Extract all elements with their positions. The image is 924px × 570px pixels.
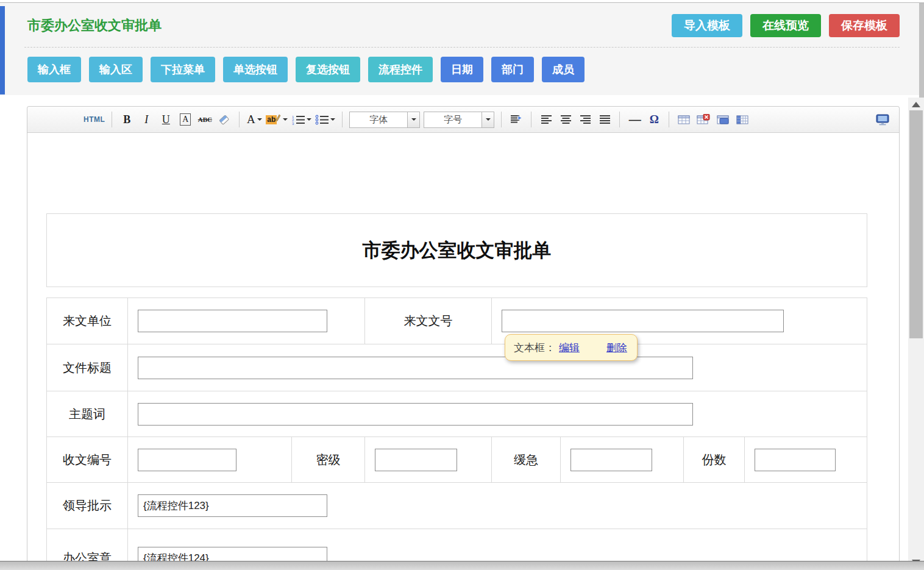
bold-icon[interactable]: B (119, 111, 135, 128)
table-cell (128, 298, 365, 344)
scrollbar-thumb[interactable] (909, 110, 923, 338)
fullscreen-icon[interactable] (875, 111, 890, 128)
editor-canvas[interactable]: 市委办公室收文审批单 来文单位 来文文号 文件标题 (27, 134, 899, 570)
delete-control-link[interactable]: 删除 (606, 341, 627, 355)
align-right-icon[interactable] (577, 111, 593, 128)
align-left-icon[interactable] (538, 111, 554, 128)
control-buttons-row: 输入框 输入区 下拉菜单 单选按钮 复选按钮 流程控件 日期 部门 成员 (27, 57, 900, 82)
chevron-down-icon[interactable] (407, 112, 419, 127)
window-top-edge (0, 0, 924, 3)
receipt-number-input[interactable] (138, 449, 236, 471)
add-member-button[interactable]: 成员 (542, 57, 585, 82)
table-cell (561, 437, 684, 482)
font-border-icon[interactable]: A (177, 111, 193, 128)
incoming-unit-input[interactable] (138, 310, 327, 332)
edit-control-link[interactable]: 编辑 (559, 341, 580, 355)
form-title-cell: 市委办公室收文审批单 (46, 213, 867, 287)
html-source-icon[interactable]: HTML (84, 111, 105, 128)
horizontal-rule-icon[interactable]: — (627, 111, 642, 128)
chevron-down-icon (283, 118, 288, 123)
add-flow-control-button[interactable]: 流程控件 (368, 57, 433, 82)
tooltip-label: 文本框： (514, 341, 555, 355)
chevron-down-icon[interactable] (482, 112, 494, 127)
font-family-select[interactable]: 字体 (349, 112, 420, 128)
control-tooltip: 文本框： 编辑 删除 (505, 334, 638, 361)
svg-text:3: 3 (292, 121, 294, 125)
bottom-window-edge (0, 561, 924, 570)
header-actions: 导入模板 在线预览 保存模板 (672, 14, 900, 37)
toolbar-separator (531, 112, 531, 127)
table-properties-icon[interactable] (734, 111, 750, 128)
table-cell (128, 483, 867, 529)
table-row: 领导批示 (47, 483, 867, 529)
eraser-icon[interactable] (216, 111, 232, 128)
table-row: 文件标题 (47, 344, 867, 391)
add-input-box-button[interactable]: 输入框 (27, 57, 81, 82)
toolbar-separator (112, 112, 112, 127)
unordered-list-icon[interactable] (315, 111, 335, 128)
toolbar-separator (619, 112, 620, 127)
insert-table-icon[interactable] (676, 111, 692, 128)
toolbar-separator (669, 112, 669, 127)
incoming-doc-number-label: 来文文号 (365, 298, 492, 344)
incoming-doc-number-input[interactable] (502, 310, 784, 332)
chevron-down-icon (257, 118, 262, 123)
security-level-input[interactable] (375, 449, 457, 471)
form-title: 市委办公室收文审批单 (363, 238, 552, 263)
underline-icon[interactable]: U (158, 111, 174, 128)
toolbar-separator (501, 112, 502, 127)
page-title: 市委办公室收文审批单 (27, 16, 162, 35)
urgency-input[interactable] (570, 449, 652, 471)
app-viewport: 市委办公室收文审批单 导入模板 在线预览 保存模板 输入框 输入区 下拉菜单 单… (0, 0, 924, 570)
add-checkbox-button[interactable]: 复选按钮 (296, 57, 360, 82)
add-radio-button[interactable]: 单选按钮 (223, 57, 288, 82)
editor-toolbar: HTML B I U A ABC A (27, 107, 899, 133)
subject-words-label: 主题词 (47, 391, 128, 436)
receipt-number-label: 收文编号 (47, 437, 128, 482)
leader-comments-input[interactable] (138, 494, 327, 517)
special-character-icon[interactable]: Ω (646, 111, 662, 128)
subject-words-input[interactable] (138, 403, 693, 426)
chevron-down-icon (307, 118, 311, 123)
add-dropdown-button[interactable]: 下拉菜单 (151, 57, 215, 82)
table-row: 收文编号 密级 缓急 份数 (47, 437, 867, 483)
table-cell (745, 437, 867, 482)
security-level-label: 密级 (292, 437, 365, 482)
add-department-button[interactable]: 部门 (491, 57, 534, 82)
add-date-button[interactable]: 日期 (441, 57, 483, 82)
table-row: 来文单位 来文文号 (47, 298, 867, 344)
import-template-button[interactable]: 导入模板 (672, 14, 742, 37)
header-title-row: 市委办公室收文审批单 导入模板 在线预览 保存模板 (24, 4, 900, 48)
ordered-list-icon[interactable]: 1 2 3 (291, 111, 311, 128)
incoming-unit-label: 来文单位 (47, 298, 128, 344)
document-title-label: 文件标题 (47, 344, 128, 391)
copies-input[interactable] (755, 449, 836, 471)
add-textarea-button[interactable]: 输入区 (89, 57, 143, 82)
table-cell-properties-icon[interactable] (715, 111, 731, 128)
scroll-up-arrow-icon[interactable] (912, 102, 920, 107)
form-table: 来文单位 来文文号 文件标题 (46, 297, 867, 570)
align-justify-icon[interactable] (597, 111, 613, 128)
font-color-icon[interactable]: A (246, 111, 262, 128)
toolbar-separator (342, 112, 343, 127)
save-template-button[interactable]: 保存模板 (829, 14, 900, 37)
indent-icon[interactable] (508, 111, 524, 128)
copies-label: 份数 (684, 437, 745, 482)
font-size-select[interactable]: 字号 (424, 112, 494, 128)
vertical-scrollbar[interactable] (908, 98, 924, 570)
table-cell (128, 344, 867, 391)
align-center-icon[interactable] (558, 111, 574, 128)
rich-text-editor: HTML B I U A ABC A (27, 106, 900, 570)
table-cell (365, 437, 492, 482)
strikethrough-icon[interactable]: ABC (197, 111, 213, 128)
highlight-color-icon[interactable]: ab (266, 111, 288, 128)
leader-comments-label: 领导批示 (47, 483, 128, 529)
delete-table-icon[interactable] (695, 111, 711, 128)
right-gray-edge (919, 3, 924, 98)
left-blue-strip (0, 6, 5, 94)
italic-icon[interactable]: I (138, 111, 154, 128)
table-row: 主题词 (47, 391, 867, 437)
header: 市委办公室收文审批单 导入模板 在线预览 保存模板 输入框 输入区 下拉菜单 单… (0, 4, 924, 95)
online-preview-button[interactable]: 在线预览 (750, 14, 821, 37)
chevron-down-icon (330, 118, 335, 123)
